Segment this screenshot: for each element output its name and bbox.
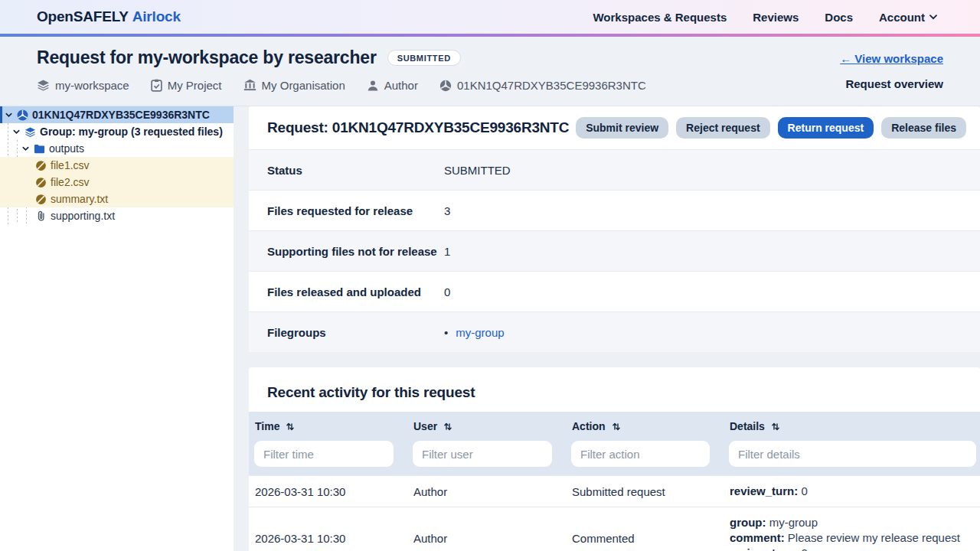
release-files-button[interactable]: Release files: [881, 117, 966, 139]
tree-item-summary[interactable]: summary.txt: [0, 191, 234, 207]
detail-key: group:: [730, 516, 766, 529]
view-workspace-link[interactable]: ← View workspace: [840, 52, 943, 65]
detail-value: 0: [801, 484, 807, 497]
detail-label: Filegroups: [267, 326, 444, 339]
activity-row: 2026-03-31 10:30 Author Commented group:…: [249, 507, 980, 551]
sort-icon: [771, 422, 780, 432]
meta-author-label: Author: [384, 79, 418, 92]
detail-label: Supporting files not for release: [267, 245, 444, 258]
detail-value: 0: [801, 546, 807, 551]
brand-product: Airlock: [132, 8, 181, 24]
sort-icon: [612, 422, 621, 432]
layers-icon: [37, 79, 50, 92]
nav-reviews[interactable]: Reviews: [753, 11, 799, 24]
file-tree: 01KN1Q47RDXYB35CE9936R3NTC Group: my-gro…: [0, 106, 234, 224]
meta-author-role-label: My Organisation: [262, 79, 345, 92]
detail-value: my-group: [769, 516, 818, 529]
column-label: User: [413, 420, 437, 432]
request-overview-label: Request overview: [840, 77, 943, 90]
file-under-review-icon: [35, 160, 47, 171]
activity-time: 2026-03-31 10:30: [249, 476, 407, 507]
tree-item-file1[interactable]: file1.csv: [0, 157, 234, 174]
detail-label: Status: [267, 164, 444, 177]
bullet: •: [444, 326, 448, 339]
layers-icon: [24, 126, 36, 138]
detail-key: review_turn:: [730, 484, 798, 497]
meta-author: Author: [367, 79, 418, 92]
activity-table: Time User Action Details: [249, 412, 980, 551]
detail-label: Files requested for release: [267, 204, 444, 217]
activity-details: group: my-group comment: Please review m…: [724, 507, 980, 551]
nav-account-menu[interactable]: Account: [879, 11, 937, 24]
submit-review-button[interactable]: Submit review: [576, 117, 668, 139]
return-request-button[interactable]: Return request: [778, 117, 874, 139]
tree-item-label: supporting.txt: [51, 210, 115, 222]
meta-project: My Project: [151, 79, 222, 92]
activity-filter-row: [249, 441, 980, 475]
activity-table-header: Time User Action Details: [249, 412, 980, 441]
brand-name: OpenSAFELY: [37, 8, 129, 24]
file-under-review-icon: [35, 194, 47, 205]
detail-key: comment:: [730, 531, 785, 544]
meta-request-id-label: 01KN1Q47RDXYB35CE9936R3NTC: [457, 79, 646, 92]
column-label: Time: [255, 420, 279, 432]
filter-time-input[interactable]: [254, 441, 394, 467]
request-id-icon: [439, 80, 452, 92]
request-card-title: Request: 01KN1Q47RDXYB35CE9936R3NTC: [267, 119, 569, 136]
brand-logo[interactable]: OpenSAFELYAirlock: [37, 8, 181, 25]
meta-workspace: my-workspace: [37, 79, 129, 92]
chevron-down-icon[interactable]: [12, 128, 21, 136]
tree-item-label: 01KN1Q47RDXYB35CE9936R3NTC: [32, 109, 210, 121]
project-icon: [151, 79, 162, 92]
recent-activity-card: Recent activity for this request Time Us…: [249, 367, 980, 551]
column-header-action[interactable]: Action: [566, 412, 724, 441]
tree-item-label: Group: my-group (3 requested files): [40, 126, 223, 138]
reject-request-button[interactable]: Reject request: [676, 117, 769, 139]
filter-action-input[interactable]: [571, 441, 710, 467]
tree-item-supporting[interactable]: supporting.txt: [0, 207, 234, 224]
page-header: Request for my-workspace by researcher S…: [0, 37, 980, 106]
tree-item-label: summary.txt: [51, 193, 108, 205]
request-overview-card: Request: 01KN1Q47RDXYB35CE9936R3NTC Subm…: [249, 106, 980, 352]
account-label: Account: [879, 11, 925, 24]
tree-item-label: file2.csv: [51, 176, 90, 188]
tree-item-group[interactable]: Group: my-group (3 requested files): [0, 123, 234, 140]
detail-value: 1: [444, 245, 962, 258]
filegroup-link[interactable]: my-group: [456, 326, 504, 339]
meta-request-id: 01KN1Q47RDXYB35CE9936R3NTC: [439, 79, 646, 92]
page-title: Request for my-workspace by researcher: [37, 47, 377, 68]
activity-title: Recent activity for this request: [267, 384, 475, 400]
detail-label: Files released and uploaded: [267, 285, 444, 298]
tree-item-request[interactable]: 01KN1Q47RDXYB35CE9936R3NTC: [0, 106, 234, 123]
nav-workspaces-requests[interactable]: Workspaces & Requests: [593, 11, 727, 24]
column-header-time[interactable]: Time: [249, 412, 407, 441]
author-icon: [367, 80, 379, 92]
tree-item-file2[interactable]: file2.csv: [0, 174, 234, 191]
detail-row-status: Status SUBMITTED: [249, 149, 980, 190]
file-under-review-icon: [35, 177, 47, 188]
activity-user: Author: [407, 476, 566, 507]
status-badge: SUBMITTED: [387, 50, 461, 66]
column-header-details[interactable]: Details: [724, 412, 980, 441]
filter-user-input[interactable]: [413, 441, 552, 467]
detail-value: 3: [444, 204, 962, 217]
tree-item-outputs-folder[interactable]: outputs: [0, 140, 234, 157]
nav-docs[interactable]: Docs: [825, 11, 853, 24]
detail-row-supporting-files: Supporting files not for release 1: [249, 230, 980, 271]
meta-project-label: My Project: [168, 79, 222, 92]
activity-row: 2026-03-31 10:30 Author Submitted reques…: [249, 475, 980, 507]
filter-details-input[interactable]: [729, 441, 976, 467]
detail-value: 0: [444, 285, 962, 298]
detail-row-files-requested: Files requested for release 3: [249, 190, 980, 230]
main-content: Request: 01KN1Q47RDXYB35CE9936R3NTC Subm…: [234, 106, 980, 551]
organisation-icon: [243, 79, 256, 92]
chevron-down-icon[interactable]: [5, 111, 13, 119]
request-actions: Submit review Reject request Return requ…: [576, 117, 966, 139]
activity-action: Submitted request: [566, 476, 724, 507]
chevron-down-icon[interactable]: [21, 145, 30, 153]
tree-item-label: outputs: [49, 142, 84, 155]
column-header-user[interactable]: User: [407, 412, 566, 441]
detail-key: review_turn:: [730, 546, 798, 551]
request-icon: [17, 109, 28, 121]
meta-workspace-label: my-workspace: [55, 79, 129, 92]
